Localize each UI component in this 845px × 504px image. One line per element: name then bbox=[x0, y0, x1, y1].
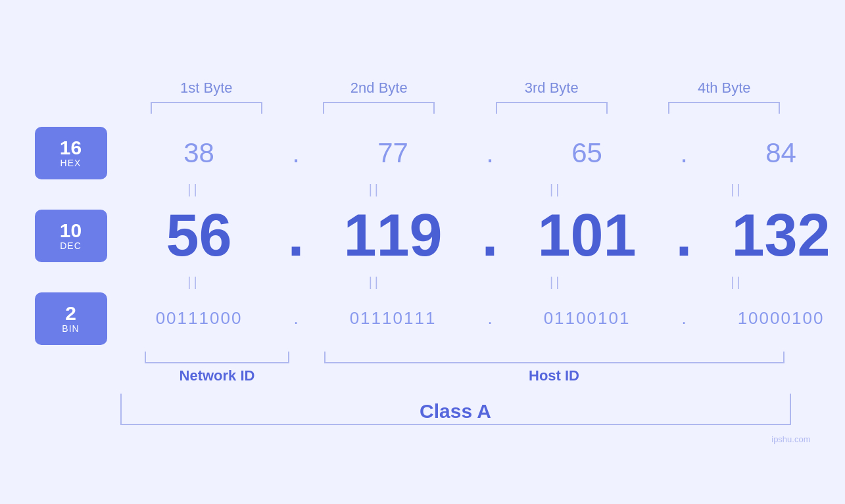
bin-val-3: 01100101 bbox=[508, 308, 666, 329]
hex-dot-1: . bbox=[278, 137, 314, 169]
dec-dot-2: . bbox=[472, 202, 508, 269]
network-label: Network ID bbox=[180, 367, 255, 384]
hex-val-3: 65 bbox=[508, 137, 666, 169]
watermark: ipshu.com bbox=[771, 433, 810, 445]
hex-dot-3: . bbox=[666, 137, 702, 169]
dec-badge-number: 10 bbox=[60, 221, 82, 241]
hex-dot-2: . bbox=[472, 137, 508, 169]
bin-dot-2: . bbox=[472, 308, 508, 329]
network-id-section: Network ID bbox=[120, 352, 314, 384]
hex-badge-number: 16 bbox=[60, 138, 82, 158]
class-bracket: Class A bbox=[120, 394, 791, 425]
host-label: Host ID bbox=[529, 367, 579, 384]
bin-val-2: 01110111 bbox=[314, 308, 472, 329]
class-section: Class A bbox=[120, 394, 811, 425]
top-bracket-4 bbox=[638, 102, 811, 114]
network-bracket bbox=[145, 352, 289, 363]
dec-badge-label: DEC bbox=[60, 241, 82, 251]
byte-header-1: 1st Byte bbox=[134, 80, 279, 97]
ip-breakdown-container: 1st Byte 2nd Byte 3rd Byte 4th Byte 16 H… bbox=[35, 80, 811, 425]
bottom-section: Network ID Host ID bbox=[120, 352, 811, 384]
top-bracket-2 bbox=[293, 102, 466, 114]
dec-val-2: 119 bbox=[314, 203, 472, 268]
dec-dot-1: . bbox=[278, 202, 314, 269]
dec-badge: 10 DEC bbox=[35, 210, 107, 262]
bin-values-row: 00111000 . 01110111 . 01100101 . 1000010… bbox=[120, 308, 846, 329]
dec-values-row: 56 . 119 . 101 . 132 bbox=[120, 202, 846, 269]
byte-header-3: 3rd Byte bbox=[479, 80, 624, 97]
host-id-section: Host ID bbox=[314, 352, 794, 384]
class-label: Class A bbox=[420, 400, 491, 422]
bin-badge: 2 BIN bbox=[35, 292, 107, 345]
byte-headers: 1st Byte 2nd Byte 3rd Byte 4th Byte bbox=[120, 80, 811, 97]
hex-values-row: 38 . 77 . 65 . 84 bbox=[120, 137, 846, 169]
byte-header-2: 2nd Byte bbox=[306, 80, 451, 97]
equals-row-1: || || || || bbox=[120, 182, 811, 197]
dec-val-1: 56 bbox=[120, 203, 278, 268]
bin-dot-3: . bbox=[666, 308, 702, 329]
dec-row: 10 DEC 56 . 119 . 101 . 132 bbox=[35, 200, 811, 272]
bin-badge-label: BIN bbox=[62, 323, 79, 334]
top-brackets bbox=[120, 102, 811, 114]
bin-val-4: 10000100 bbox=[702, 308, 846, 329]
hex-val-4: 84 bbox=[702, 137, 846, 169]
bin-val-1: 00111000 bbox=[120, 308, 278, 329]
hex-badge: 16 HEX bbox=[35, 127, 107, 179]
hex-val-2: 77 bbox=[314, 137, 472, 169]
hex-badge-label: HEX bbox=[60, 158, 82, 168]
equals-row-2: || || || || bbox=[120, 275, 811, 290]
bin-dot-1: . bbox=[278, 308, 314, 329]
hex-row: 16 HEX 38 . 77 . 65 . 84 bbox=[35, 127, 811, 179]
dec-val-3: 101 bbox=[508, 203, 666, 268]
top-bracket-1 bbox=[120, 102, 293, 114]
byte-header-4: 4th Byte bbox=[652, 80, 796, 97]
bin-badge-number: 2 bbox=[65, 304, 76, 323]
hex-val-1: 38 bbox=[120, 137, 278, 169]
host-bracket bbox=[324, 352, 785, 363]
dec-dot-3: . bbox=[666, 202, 702, 269]
bin-row: 2 BIN 00111000 . 01110111 . 01100101 . bbox=[35, 292, 811, 345]
top-bracket-3 bbox=[466, 102, 639, 114]
dec-val-4: 132 bbox=[702, 203, 846, 268]
